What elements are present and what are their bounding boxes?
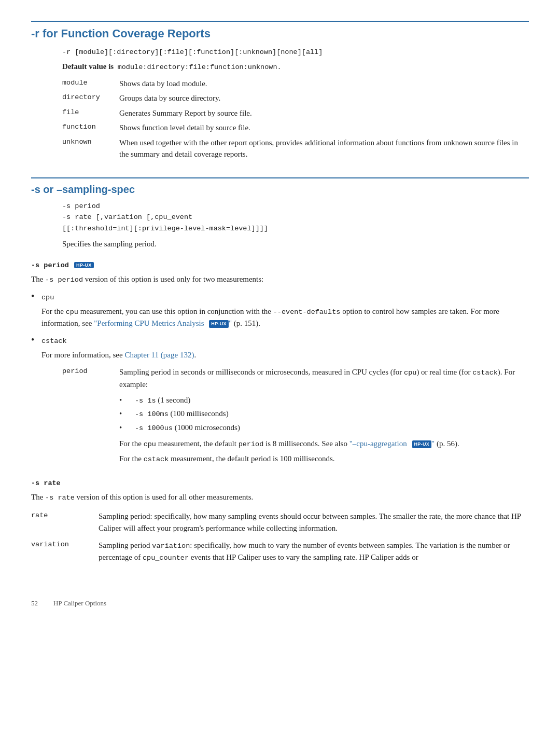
desc-module: Shows data by load module.	[119, 76, 529, 91]
subsection-period-title: -s period HP-UX	[31, 260, 529, 269]
term-function: function	[62, 120, 119, 135]
rate-desc-rate: Sampling period: specifically, how many …	[99, 509, 529, 538]
ex1-dot: •	[119, 394, 135, 406]
period-title-code: -s period	[31, 261, 69, 269]
section-r: -r for Function Coverage Reports -r [mod…	[31, 21, 529, 162]
period-examples: • -s 1s (1 second) • -s 100ms (100 milli…	[119, 394, 529, 434]
bullet-dot-cstack: •	[31, 335, 41, 346]
rate-term-variation: variation	[31, 538, 99, 568]
bullet-dot-cpu: •	[31, 291, 41, 302]
section-s-title: -s or –sampling-spec	[31, 177, 529, 196]
term-unknown: unknown	[62, 135, 119, 162]
cstack-note-ref: cstack	[144, 455, 169, 463]
section-r-code: -r [module][:directory][:file][:function…	[62, 47, 529, 58]
variation-code-inline: variation	[152, 542, 190, 550]
rate-title-code: -s rate	[31, 479, 61, 487]
cpu-ref1: cpu	[66, 308, 78, 316]
default-value-label: Default value is	[62, 62, 114, 71]
term-row-module: moduleShows data by load module.	[62, 76, 529, 91]
term-file: file	[62, 106, 119, 121]
period-cstack-ref: cstack	[472, 369, 498, 377]
section-r-title: -r for Function Coverage Reports	[31, 21, 529, 40]
period-hpux-badge: HP-UX	[74, 262, 94, 268]
event-defaults-code: --event-defaults	[273, 308, 341, 316]
ex2-code: -s 100ms	[135, 410, 169, 418]
cpu-counter-code: cpu_counter	[143, 554, 189, 562]
cstack-label: cstack	[41, 337, 67, 345]
section-s-code: -s period -s rate [,variation [,cpu_even…	[62, 201, 529, 234]
section-s: -s or –sampling-spec -s period -s rate […	[31, 177, 529, 568]
term-row-function: functionShows function level detail by s…	[62, 120, 529, 135]
subsection-rate-title: -s rate	[31, 478, 529, 487]
subsection-rate: -s rate The -s rate version of this opti…	[31, 478, 529, 568]
bullet-cpu: • cpu For the cpu measurement, you can u…	[31, 291, 529, 329]
section-r-terms: moduleShows data by load module.director…	[62, 76, 529, 162]
example-1000us: • -s 1000us (1000 microseconds)	[119, 422, 529, 434]
chapter11-link[interactable]: Chapter 11 (page 132)	[124, 351, 194, 359]
rate-intro-code: -s rate	[45, 494, 75, 502]
period-term-row: period Sampling period in seconds or mil…	[62, 365, 529, 466]
desc-unknown: When used together with the other report…	[119, 135, 529, 162]
rate-intro: The -s rate version of this option is us…	[31, 491, 529, 504]
bullet-cpu-content: cpu For the cpu measurement, you can use…	[41, 291, 529, 329]
term-module: module	[62, 76, 119, 91]
period-note-ref: period	[239, 440, 264, 448]
subsection-period: -s period HP-UX The -s period version of…	[31, 260, 529, 467]
period-intro: The -s period version of this option is …	[31, 273, 529, 286]
period-cpu-ref: cpu	[404, 369, 416, 377]
section-r-default: Default value is module:directory:file:f…	[62, 62, 529, 71]
ex1-content: -s 1s (1 second)	[135, 394, 529, 406]
rate-term-row-variation: variationSampling period variation: spec…	[31, 538, 529, 568]
term-row-unknown: unknownWhen used together with the other…	[62, 135, 529, 162]
cpu-label: cpu	[41, 294, 54, 301]
default-value-code: module:directory:file:function:unknown.	[118, 63, 282, 71]
ex1-code: -s 1s	[135, 397, 156, 405]
footer-section-label: HP Caliper Options	[53, 599, 106, 607]
rate-terms-table: rateSampling period: specifically, how m…	[31, 509, 529, 568]
section-s-description: Specifies the sampling period.	[62, 238, 529, 250]
period-bullets: • cpu For the cpu measurement, you can u…	[31, 291, 529, 361]
cpu-metrics-link[interactable]: "Performing CPU Metrics Analysis HP-UX"	[94, 319, 232, 327]
footer: 52 HP Caliper Options	[31, 599, 529, 607]
period-term-table: period Sampling period in seconds or mil…	[62, 365, 529, 466]
cstack-detail: For more information, see Chapter 11 (pa…	[41, 349, 529, 361]
cpu-note-ref: cpu	[144, 440, 156, 448]
rate-term-rate: rate	[31, 509, 99, 538]
footer-page-number: 52	[31, 599, 38, 607]
period-intro-code: -s period	[45, 276, 83, 284]
cpu-aggregation-link[interactable]: "–cpu-aggregation HP-UX"	[349, 439, 435, 448]
period-intro-pre: The	[31, 275, 45, 283]
ex2-dot: •	[119, 408, 135, 420]
term-row-directory: directoryGroups data by source directory…	[62, 91, 529, 106]
period-term-code: period	[62, 367, 88, 375]
rate-desc-variation: Sampling period variation: specifically,…	[99, 538, 529, 568]
bullet-cstack-content: cstack For more information, see Chapter…	[41, 335, 529, 361]
example-1s: • -s 1s (1 second)	[119, 394, 529, 406]
period-term-cell: period	[62, 365, 119, 466]
term-row-file: fileGenerates Summary Report by source f…	[62, 106, 529, 121]
agg-badge: HP-UX	[412, 440, 432, 449]
ex3-dot: •	[119, 422, 135, 434]
ex3-code: -s 1000us	[135, 424, 173, 432]
cpu-detail: For the cpu measurement, you can use thi…	[41, 306, 529, 329]
desc-directory: Groups data by source directory.	[119, 91, 529, 106]
period-term-desc: Sampling period in seconds or millisecon…	[119, 365, 529, 466]
cpu-link-badge: HP-UX	[209, 320, 229, 328]
rate-term-row-rate: rateSampling period: specifically, how m…	[31, 509, 529, 538]
period-desc-text: Sampling period in seconds or millisecon…	[119, 368, 515, 388]
ex2-content: -s 100ms (100 milliseconds)	[135, 408, 529, 420]
desc-function: Shows function level detail by source fi…	[119, 120, 529, 135]
cstack-period-note: For the cstack measurement, the default …	[119, 453, 529, 465]
period-intro-post: version of this option is used only for …	[83, 275, 263, 283]
term-directory: directory	[62, 91, 119, 106]
example-100ms: • -s 100ms (100 milliseconds)	[119, 408, 529, 420]
bullet-cstack: • cstack For more information, see Chapt…	[31, 335, 529, 361]
desc-file: Generates Summary Report by source file.	[119, 106, 529, 121]
cpu-period-note: For the cpu measurement, the default per…	[119, 438, 529, 450]
ex3-content: -s 1000us (1000 microseconds)	[135, 422, 529, 434]
